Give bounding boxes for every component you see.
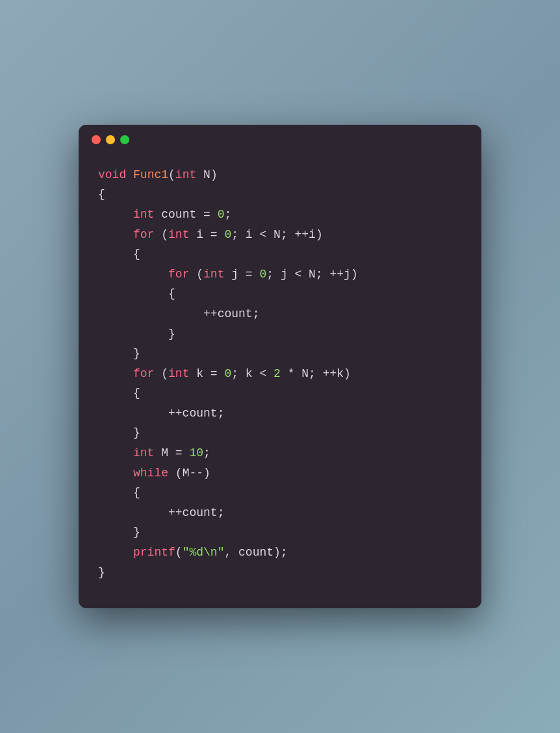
code-line: }: [98, 324, 462, 344]
code-line: for (int k = 0; k < 2 * N; ++k): [98, 364, 462, 384]
code-line: int count = 0;: [98, 205, 462, 225]
code-line: }: [98, 344, 462, 364]
code-line: }: [98, 563, 462, 583]
code-line: while (M--): [98, 463, 462, 483]
code-line: void Func1(int N): [98, 165, 462, 185]
code-line: {: [98, 483, 462, 503]
maximize-button[interactable]: [120, 135, 129, 144]
code-line: ++count;: [98, 304, 462, 324]
code-line: for (int j = 0; j < N; ++j): [98, 264, 462, 285]
code-window: void Func1(int N) { int count = 0; for (…: [79, 125, 481, 608]
code-line: for (int i = 0; i < N; ++i): [98, 225, 462, 245]
code-line: {: [98, 284, 462, 304]
code-line: {: [98, 244, 462, 264]
code-line: {: [98, 383, 462, 404]
minimize-button[interactable]: [106, 135, 115, 144]
code-editor: void Func1(int N) { int count = 0; for (…: [79, 152, 481, 608]
code-line: }: [98, 522, 462, 543]
code-line: ++count;: [98, 503, 462, 523]
code-line: ++count;: [98, 404, 462, 424]
close-button[interactable]: [92, 135, 101, 144]
code-line: }: [98, 423, 462, 443]
code-line: printf("%d\n", count);: [98, 543, 462, 563]
code-line: int M = 10;: [98, 443, 462, 463]
title-bar: [79, 125, 481, 152]
code-line: {: [98, 185, 462, 205]
